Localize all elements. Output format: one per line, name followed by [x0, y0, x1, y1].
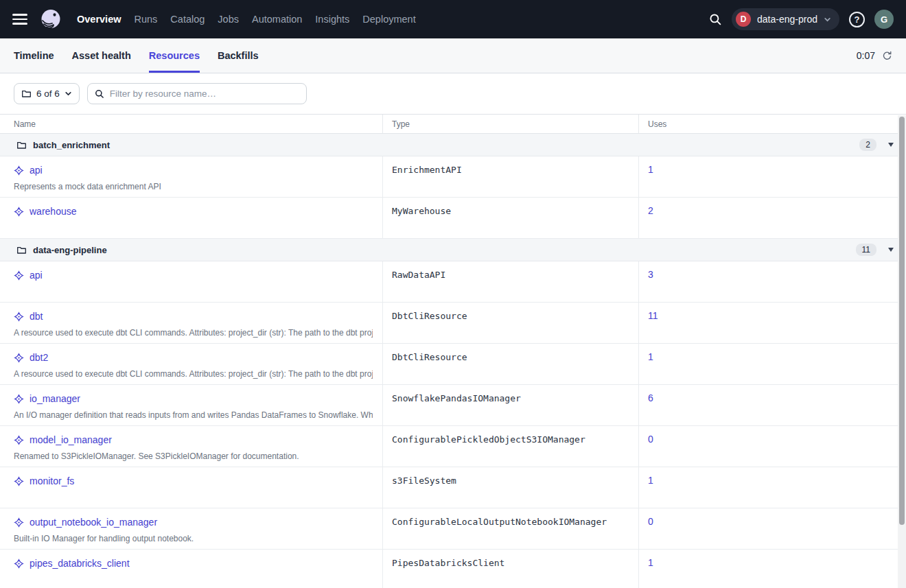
type-cell: ConfigurablePickledObjectS3IOManager [382, 426, 638, 467]
type-cell: MyWarehouse [382, 198, 638, 238]
resource-name-link[interactable]: model_io_manager [30, 434, 112, 445]
type-cell: RawDataAPI [382, 261, 638, 302]
uses-count-link[interactable]: 2 [648, 205, 653, 216]
column-header-name: Name [0, 115, 382, 133]
help-button[interactable]: ? [849, 12, 865, 27]
user-avatar[interactable]: G [874, 10, 894, 29]
resource-description: A resource used to execute dbt CLI comma… [14, 328, 373, 338]
uses-count-link[interactable]: 3 [648, 269, 653, 280]
vertical-scrollbar[interactable] [898, 115, 906, 588]
resource-search-box [87, 83, 307, 104]
workspace-switcher[interactable]: D data-eng-prod [732, 8, 839, 30]
resource-icon [14, 353, 24, 363]
resource-type: RawDataAPI [392, 270, 445, 280]
resource-icon [14, 476, 24, 486]
uses-count-link[interactable]: 1 [648, 351, 653, 362]
refresh-timer: 0:07 [857, 50, 875, 61]
scrollbar-thumb[interactable] [899, 117, 905, 525]
resource-type: ConfigurablePickledObjectS3IOManager [392, 434, 585, 445]
uses-cell: 1 [638, 344, 898, 384]
nav-item-deployment[interactable]: Deployment [362, 14, 415, 25]
deployment-badge: D [736, 12, 751, 27]
search-button[interactable] [709, 13, 722, 26]
group-row-data-eng-pipeline[interactable]: data-eng-pipeline 11 [0, 239, 906, 261]
resource-name-link[interactable]: dbt2 [30, 352, 48, 363]
resource-name-link[interactable]: api [30, 165, 43, 176]
uses-count-link[interactable]: 0 [648, 516, 653, 527]
dagster-logo-icon[interactable] [38, 7, 63, 32]
type-cell: DbtCliResource [382, 344, 638, 384]
uses-count-link[interactable]: 0 [648, 434, 653, 445]
table-row: warehouse MyWarehouse 2 [0, 198, 906, 239]
group-name: data-eng-pipeline [33, 245, 107, 255]
tab-timeline[interactable]: Timeline [14, 38, 54, 73]
name-cell: monitor_fs [0, 467, 382, 508]
tabs: TimelineAsset healthResourcesBackfills [14, 38, 259, 73]
hamburger-menu-icon[interactable] [12, 14, 27, 25]
top-nav-right: D data-eng-prod ? G [709, 8, 894, 30]
column-header-type: Type [382, 115, 638, 133]
table-row: model_io_manager Renamed to S3PickleIOMa… [0, 426, 906, 467]
resource-name-link[interactable]: pipes_databricks_client [30, 558, 130, 569]
name-cell: model_io_manager Renamed to S3PickleIOMa… [0, 426, 382, 467]
name-cell: api [0, 261, 382, 302]
nav-item-insights[interactable]: Insights [315, 14, 349, 25]
resource-description: Represents a mock data enrichment API [14, 182, 373, 191]
resource-type: s3FileSystem [392, 475, 456, 486]
nav-item-runs[interactable]: Runs [135, 14, 158, 25]
table-row: api RawDataAPI 3 [0, 261, 906, 303]
code-location-filter-button[interactable]: 6 of 6 [14, 83, 80, 104]
resource-name-link[interactable]: monitor_fs [30, 475, 74, 486]
name-cell: pipes_databricks_client [0, 550, 382, 588]
table-row: monitor_fs s3FileSystem 1 [0, 467, 906, 508]
uses-count-link[interactable]: 1 [648, 557, 653, 568]
uses-cell: 11 [638, 303, 898, 343]
uses-cell: 6 [638, 385, 898, 425]
uses-count-link[interactable]: 6 [648, 392, 653, 403]
resource-name-link[interactable]: output_notebook_io_manager [30, 517, 157, 528]
uses-count-link[interactable]: 1 [648, 164, 653, 175]
resource-name-link[interactable]: io_manager [30, 393, 80, 404]
uses-count-link[interactable]: 11 [648, 310, 658, 321]
resource-filter-input[interactable] [110, 89, 299, 99]
resource-name-link[interactable]: warehouse [30, 206, 77, 217]
uses-cell: 0 [638, 508, 898, 549]
top-nav: OverviewRunsCatalogJobsAutomationInsight… [0, 0, 906, 38]
resource-description: Renamed to S3PickleIOManager. See S3Pick… [14, 451, 373, 461]
search-icon [95, 89, 104, 99]
name-cell: warehouse [0, 198, 382, 238]
tab-bar-right: 0:07 [857, 38, 892, 73]
tab-asset-health[interactable]: Asset health [72, 38, 131, 73]
resource-name-link[interactable]: api [30, 270, 43, 281]
uses-cell: 3 [638, 261, 898, 302]
table-row: output_notebook_io_manager Built-in IO M… [0, 508, 906, 550]
tab-resources[interactable]: Resources [149, 38, 200, 73]
nav-item-catalog[interactable]: Catalog [170, 14, 205, 25]
folder-icon [21, 89, 32, 99]
help-icon: ? [849, 12, 865, 27]
uses-count-link[interactable]: 1 [648, 475, 653, 486]
tab-backfills[interactable]: Backfills [218, 38, 259, 73]
resource-icon [14, 394, 24, 404]
table-row: io_manager An I/O manager definition tha… [0, 385, 906, 426]
refresh-button[interactable] [882, 51, 892, 61]
column-header-uses: Uses [638, 115, 898, 133]
resource-name-link[interactable]: dbt [30, 311, 43, 322]
nav-item-overview[interactable]: Overview [77, 14, 121, 25]
table-header: Name Type Uses [0, 115, 906, 134]
chevron-down-icon [824, 16, 831, 23]
resource-icon [14, 270, 24, 281]
resource-icon [14, 165, 24, 176]
name-cell: dbt2 A resource used to execute dbt CLI … [0, 344, 382, 384]
nav-item-jobs[interactable]: Jobs [218, 14, 239, 25]
uses-cell: 2 [638, 198, 898, 238]
collapse-caret-icon[interactable] [888, 248, 894, 252]
filter-row: 6 of 6 [0, 73, 906, 114]
group-row-batch-enrichment[interactable]: batch_enrichment 2 [0, 134, 906, 156]
collapse-caret-icon[interactable] [888, 143, 894, 147]
tab-bar: TimelineAsset healthResourcesBackfills 0… [0, 38, 906, 73]
nav-item-automation[interactable]: Automation [252, 14, 302, 25]
resource-description: A resource used to execute dbt CLI comma… [14, 369, 373, 379]
resource-icon [14, 311, 24, 322]
uses-cell: 1 [638, 550, 898, 588]
